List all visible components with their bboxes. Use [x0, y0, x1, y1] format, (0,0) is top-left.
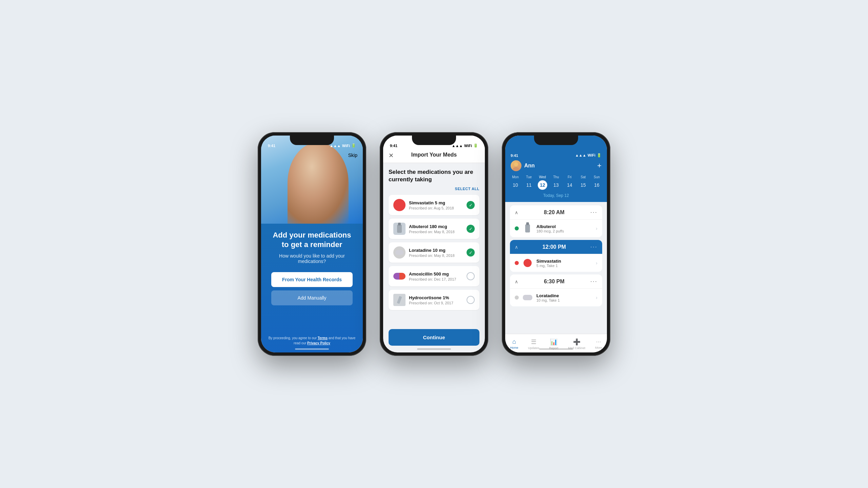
more-820[interactable]: ···: [590, 209, 597, 216]
cal-day-sun[interactable]: Sun 16: [592, 175, 601, 190]
updates-icon: ☰: [531, 338, 536, 346]
phone3-notch: [534, 136, 578, 145]
phone1-subtitle: How would you like to add your medicatio…: [271, 253, 353, 264]
hydrocortisone-checkbox[interactable]: [467, 296, 475, 304]
check-mark: ✓: [469, 203, 473, 208]
home-icon: ⌂: [512, 338, 516, 345]
hydrocortisone-icon: [393, 294, 406, 306]
more-tab-label: More: [595, 346, 602, 349]
albuterol-info: Albuterol 180 mcg Prescribed on: May 8, …: [409, 224, 463, 234]
albuterol-icon: [393, 223, 406, 235]
simvastatin-list-detail: 5 mg, Take 1: [536, 264, 592, 268]
add-button[interactable]: +: [597, 161, 601, 170]
continue-button[interactable]: Continue: [389, 329, 479, 346]
time-section-820: ∧ 8:20 AM ··· Albuterol 180 mcg, 2 puffs: [510, 205, 602, 237]
more-630[interactable]: ···: [590, 278, 597, 285]
svg-point-1: [513, 167, 519, 171]
loratadine-list-name: Loratadine: [536, 293, 592, 298]
loratadine-name: Loratadine 10 mg: [409, 248, 463, 253]
amoxicillin-icon: [393, 270, 406, 282]
phone2-screen: 9:41 ▲▲▲ WiFi 🔋 ✕ Import Your Meds Selec…: [383, 136, 485, 352]
home-tab-label: Home: [510, 346, 518, 349]
cal-day-mon[interactable]: Mon 10: [511, 175, 520, 190]
cal-day-wed[interactable]: Wed 12: [538, 175, 547, 190]
cal-day-fri[interactable]: Fri 14: [565, 175, 574, 190]
phone1-status-icons: ▲▲▲ WiFi 🔋: [330, 143, 356, 148]
amoxicillin-name: Amoxicillin 500 mg: [409, 271, 463, 277]
albuterol-name: Albuterol 180 mcg: [409, 224, 463, 229]
time-header-820[interactable]: ∧ 8:20 AM ···: [510, 205, 602, 219]
today-label: Today, Sep 12: [511, 192, 601, 199]
simvastatin-list-icon: [522, 258, 533, 268]
svg-point-0: [514, 162, 518, 166]
tab-more[interactable]: ··· More: [592, 337, 605, 351]
health-records-button[interactable]: From Your Health Records: [271, 272, 353, 287]
simvastatin-prescribed: Prescribed on: Aug 5, 2018: [409, 206, 463, 210]
med-card-hydrocortisone[interactable]: Hydrocortisone 1% Prescribed on: Oct 9, …: [389, 290, 479, 310]
skip-button[interactable]: Skip: [348, 152, 357, 158]
home-indicator-1: [295, 348, 329, 350]
amoxicillin-prescribed: Prescribed on: Dec 17, 2017: [409, 277, 463, 281]
simvastatin-list-name: Simvastatin: [536, 259, 592, 264]
time-label-820: 8:20 AM: [544, 209, 565, 216]
tab-home[interactable]: ⌂ Home: [507, 337, 521, 351]
time-header-1200[interactable]: ∧ 12:00 PM ···: [510, 240, 602, 254]
cal-label-tue: Tue: [526, 175, 532, 179]
user-name: Ann: [524, 163, 535, 169]
loratadine-list-info: Loratadine 10 mg, Take 1: [536, 293, 592, 302]
chevron-right-albuterol: ›: [596, 226, 597, 231]
close-button[interactable]: ✕: [389, 152, 394, 159]
albuterol-dot: [515, 226, 519, 230]
amoxicillin-checkbox[interactable]: [467, 272, 475, 280]
cal-num-sat: 15: [578, 180, 588, 190]
loratadine-checkbox[interactable]: ✓: [467, 248, 475, 257]
loratadine-icon: [393, 246, 406, 259]
simvastatin-circle: [524, 259, 532, 267]
report-icon: 📊: [550, 338, 557, 346]
hero-person: [288, 142, 349, 224]
med-item-loratadine[interactable]: Loratadine 10 mg, Take 1 ›: [510, 288, 602, 306]
phone-1: 9:41 ▲▲▲ WiFi 🔋 Skip Add your medication…: [258, 132, 366, 356]
albuterol-checkbox[interactable]: ✓: [467, 225, 475, 233]
updates-tab-label: Updates: [528, 346, 539, 350]
med-cabinet-icon: ➕: [573, 338, 580, 346]
med-card-loratadine[interactable]: Loratadine 10 mg Prescribed on: May 8, 2…: [389, 242, 479, 263]
capsule-shape: [393, 273, 406, 280]
hydrocortisone-prescribed: Prescribed on: Oct 9, 2017: [409, 301, 463, 305]
loratadine-prescribed: Prescribed on: May 8, 2018: [409, 253, 463, 258]
select-all-button[interactable]: SELECT ALL: [455, 187, 479, 191]
med-card-amoxicillin[interactable]: Amoxicillin 500 mg Prescribed on: Dec 17…: [389, 266, 479, 286]
albuterol-list-detail: 180 mcg, 2 puffs: [536, 229, 592, 233]
cal-num-fri: 14: [565, 180, 574, 190]
simvastatin-checkbox[interactable]: ✓: [467, 201, 475, 209]
home-indicator-2: [417, 348, 451, 350]
med-item-simvastatin[interactable]: Simvastatin 5 mg, Take 1 ›: [510, 254, 602, 272]
chevron-right-loratadine: ›: [596, 295, 597, 300]
phone1-content: Add your medications to get a reminder H…: [261, 224, 363, 336]
time-header-630[interactable]: ∧ 6:30 PM ···: [510, 274, 602, 288]
wifi-icon: WiFi: [464, 144, 472, 148]
signal-icon: ▲▲▲: [330, 144, 341, 148]
terms-link[interactable]: Terms: [318, 336, 328, 340]
simvastatin-name: Simvastatin 5 mg: [409, 200, 463, 205]
chevron-up-630: ∧: [515, 279, 518, 284]
cal-label-fri: Fri: [568, 175, 572, 179]
hydrocortisone-name: Hydrocortisone 1%: [409, 295, 463, 300]
med-card-simvastatin[interactable]: Simvastatin 5 mg Prescribed on: Aug 5, 2…: [389, 195, 479, 215]
phone1-time: 9:41: [268, 144, 275, 148]
hydrocortisone-info: Hydrocortisone 1% Prescribed on: Oct 9, …: [409, 295, 463, 305]
more-1200[interactable]: ···: [590, 243, 597, 250]
med-card-albuterol[interactable]: Albuterol 180 mcg Prescribed on: May 8, …: [389, 219, 479, 239]
phone3-top-row: Ann +: [511, 160, 601, 171]
cal-day-thu[interactable]: Thu 13: [551, 175, 561, 190]
time-section-630: ∧ 6:30 PM ··· Loratadine 10 mg, Take 1: [510, 274, 602, 306]
med-item-albuterol[interactable]: Albuterol 180 mcg, 2 puffs ›: [510, 219, 602, 237]
battery-icon: 🔋: [597, 153, 601, 158]
add-manually-button[interactable]: Add Manually: [271, 290, 353, 305]
home-indicator-3: [539, 348, 573, 350]
cal-day-tue[interactable]: Tue 11: [524, 175, 534, 190]
simvastatin-list-info: Simvastatin 5 mg, Take 1: [536, 259, 592, 268]
cal-day-sat[interactable]: Sat 15: [578, 175, 588, 190]
phone3-status-icons: ▲▲▲ WiFi 🔋: [575, 153, 601, 158]
privacy-link[interactable]: Privacy Policy: [307, 341, 330, 345]
